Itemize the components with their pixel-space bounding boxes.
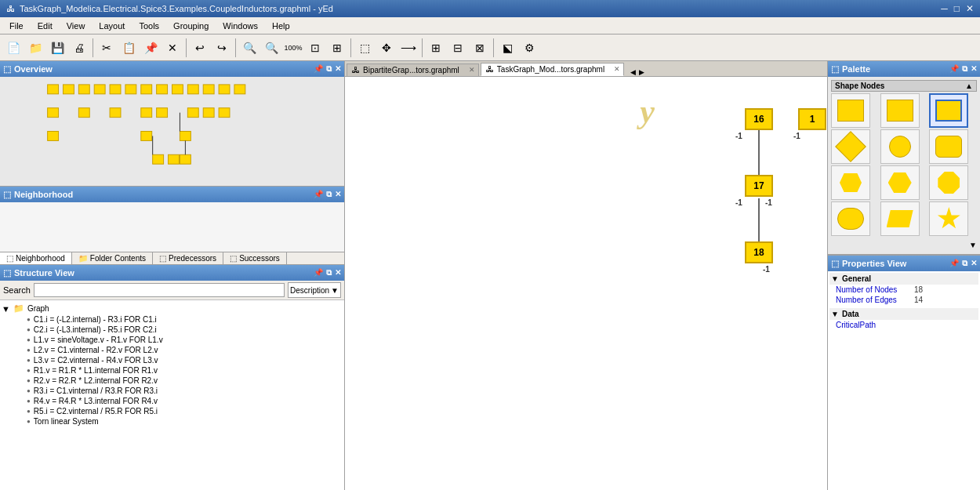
- tree-item-3[interactable]: ● L2.v = C1.vinternal - R2.v FOR L2.v: [14, 345, 343, 355]
- fit-button[interactable]: ⊞: [327, 38, 347, 58]
- neighborhood-close[interactable]: ✕: [335, 190, 341, 199]
- palette-shape-hex1[interactable]: [831, 165, 870, 200]
- tree-item-8[interactable]: ● R4.v = R4.R * L3.internal FOR R4.v: [14, 396, 343, 406]
- props-restore[interactable]: ⧉: [962, 259, 967, 268]
- structure-restore[interactable]: ⧉: [326, 268, 332, 278]
- overview-restore[interactable]: ⧉: [326, 64, 332, 74]
- palette-shape-hex2[interactable]: [880, 165, 920, 200]
- palette-shape-para[interactable]: [880, 201, 920, 236]
- tab-bipartite[interactable]: 🖧 BipartiteGrap...tors.graphml ✕: [347, 64, 479, 76]
- zoom-100-button[interactable]: 100%: [283, 38, 303, 58]
- palette-shape-star[interactable]: [929, 201, 968, 236]
- tab-successors[interactable]: ⬚ Successors: [223, 252, 287, 264]
- tree-item-4[interactable]: ● L3.v = C2.vinternal - R4.v FOR L3.v: [14, 355, 343, 365]
- tab-next-button[interactable]: ▶: [637, 68, 646, 76]
- tree-item-0[interactable]: ● C1.i = (-L2.internal) - R3.i FOR C1.i: [14, 314, 343, 325]
- shape-nodes-collapse[interactable]: ▲: [965, 82, 973, 90]
- tab-prev-button[interactable]: ◀: [629, 68, 637, 76]
- props-data-header[interactable]: ▼ Data: [829, 308, 978, 320]
- maximize-button[interactable]: □: [954, 3, 960, 14]
- tree-item-9[interactable]: ● R5.i = C2.vinternal / R5.R FOR R5.i: [14, 406, 343, 416]
- item-label-2: L1.v = sineVoltage.v - R1.v FOR L1.v: [34, 336, 163, 344]
- tab-predecessors[interactable]: ⬚ Predecessors: [153, 252, 223, 264]
- menu-windows[interactable]: Windows: [216, 20, 264, 32]
- menu-layout[interactable]: Layout: [93, 20, 131, 32]
- tree-root-item[interactable]: ▼ 📁 Graph ● C1.i = (-L2.internal) - R3.i…: [2, 302, 343, 427]
- menu-view[interactable]: View: [60, 20, 92, 32]
- node-17[interactable]: 17: [745, 175, 773, 197]
- tab-close-1[interactable]: ✕: [469, 66, 475, 74]
- node-16[interactable]: 16: [745, 108, 773, 130]
- palette-shape-rect3[interactable]: [929, 93, 968, 128]
- print-button[interactable]: 🖨: [69, 38, 89, 58]
- props-pin[interactable]: 📌: [949, 259, 959, 268]
- tree-item-2[interactable]: ● L1.v = sineVoltage.v - R1.v FOR L1.v: [14, 335, 343, 345]
- settings-button[interactable]: ⚙: [519, 38, 539, 58]
- neighborhood-restore[interactable]: ⧉: [326, 190, 332, 199]
- edge-button[interactable]: ⟶: [398, 38, 419, 58]
- overview-close[interactable]: ✕: [335, 64, 341, 74]
- graph-area[interactable]: y: [345, 77, 827, 490]
- palette-shape-rect2[interactable]: [880, 93, 920, 128]
- neighborhood-pin[interactable]: 📌: [314, 190, 323, 199]
- tree-item-6[interactable]: ● R2.v = R2.R * L2.internal FOR R2.v: [14, 376, 343, 386]
- palette-shape-diamond[interactable]: [831, 129, 870, 164]
- zoom-out-button[interactable]: 🔍: [261, 38, 281, 58]
- overview-controls[interactable]: 📌 ⧉ ✕: [314, 64, 341, 74]
- menu-grouping[interactable]: Grouping: [167, 20, 215, 32]
- props-close[interactable]: ✕: [971, 259, 977, 268]
- tab-close-2[interactable]: ✕: [614, 65, 620, 73]
- tab-folder-contents[interactable]: 📁 Folder Contents: [72, 252, 153, 264]
- move-button[interactable]: ✥: [376, 38, 397, 58]
- props-general-header[interactable]: ▼ General: [829, 273, 978, 285]
- zoom-fit-button[interactable]: ⊡: [305, 38, 325, 58]
- structure-close[interactable]: ✕: [335, 268, 341, 278]
- node-1[interactable]: 1: [798, 108, 826, 130]
- delete-button[interactable]: ✕: [162, 38, 183, 58]
- expand-icon[interactable]: ▼: [2, 304, 10, 314]
- palette-shape-circle[interactable]: [880, 129, 920, 164]
- neighborhood-controls[interactable]: 📌 ⧉ ✕: [314, 190, 341, 199]
- open-button[interactable]: 📁: [25, 38, 45, 58]
- tab-taskgraph[interactable]: 🖧 TaskGraph_Mod...tors.graphml ✕: [481, 63, 624, 76]
- redo-button[interactable]: ↪: [212, 38, 232, 58]
- palette-shape-rounded[interactable]: [929, 129, 968, 164]
- paste-button[interactable]: 📌: [140, 38, 161, 58]
- menu-file[interactable]: File: [3, 20, 30, 32]
- description-select[interactable]: Description ▼: [288, 282, 341, 298]
- tree-item-5[interactable]: ● R1.v = R1.R * L1.internal FOR R1.v: [14, 365, 343, 376]
- grid-button[interactable]: ⊞: [426, 38, 446, 58]
- palette-shape-rrect[interactable]: [831, 201, 870, 236]
- palette-pin[interactable]: 📌: [949, 64, 959, 74]
- group-button[interactable]: ⬕: [497, 38, 517, 58]
- structure-pin[interactable]: 📌: [314, 268, 323, 278]
- node-18[interactable]: 18: [745, 241, 773, 263]
- close-button[interactable]: ✕: [966, 3, 974, 14]
- nb-label-1: Neighborhood: [16, 254, 65, 263]
- palette-scroll-down[interactable]: ▼: [969, 241, 977, 249]
- palette-shape-rect[interactable]: [831, 93, 870, 128]
- tree-item-7[interactable]: ● R3.i = C1.vinternal / R3.R FOR R3.i: [14, 386, 343, 396]
- zoom-in-button[interactable]: 🔍: [239, 38, 260, 58]
- palette-close[interactable]: ✕: [971, 64, 977, 74]
- layout-button[interactable]: ⊠: [470, 38, 490, 58]
- tree-item-1[interactable]: ● C2.i = (-L3.internal) - R5.i FOR C2.i: [14, 325, 343, 335]
- overview-pin[interactable]: 📌: [314, 64, 323, 74]
- copy-button[interactable]: 📋: [118, 38, 139, 58]
- menu-edit[interactable]: Edit: [31, 20, 59, 32]
- palette-restore[interactable]: ⧉: [962, 64, 967, 74]
- undo-button[interactable]: ↩: [190, 38, 210, 58]
- minimize-button[interactable]: ─: [941, 3, 948, 14]
- cut-button[interactable]: ✂: [96, 38, 117, 58]
- tree-item-10[interactable]: ● Torn linear System: [14, 416, 343, 426]
- select-button[interactable]: ⬚: [354, 38, 375, 58]
- search-input[interactable]: [34, 283, 285, 297]
- new-button[interactable]: 📄: [3, 38, 24, 58]
- menu-help[interactable]: Help: [266, 20, 296, 32]
- snap-button[interactable]: ⊟: [448, 38, 468, 58]
- save-button[interactable]: 💾: [47, 38, 67, 58]
- tab-neighborhood[interactable]: ⬚ Neighborhood: [0, 252, 72, 264]
- structure-controls[interactable]: 📌 ⧉ ✕: [314, 268, 341, 278]
- palette-shape-octagon[interactable]: [929, 165, 968, 200]
- menu-tools[interactable]: Tools: [132, 20, 165, 32]
